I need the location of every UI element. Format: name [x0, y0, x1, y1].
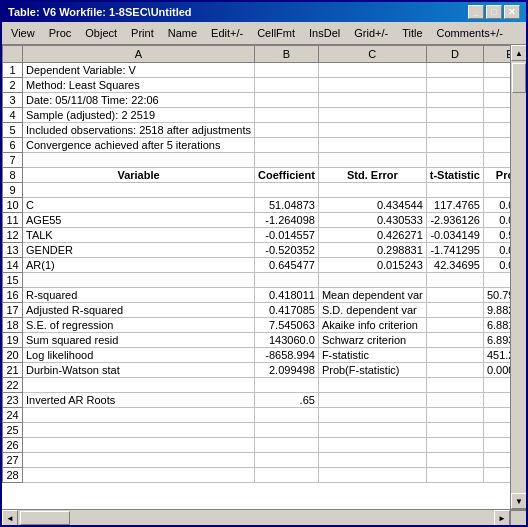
- cell-a[interactable]: GENDER: [23, 243, 255, 258]
- table-row[interactable]: 19Sum squared resid143060.0Schwarz crite…: [3, 333, 511, 348]
- cell-a[interactable]: [23, 468, 255, 483]
- cell-a[interactable]: AGE55: [23, 213, 255, 228]
- cell-d[interactable]: [426, 468, 483, 483]
- cell-e[interactable]: [483, 438, 510, 453]
- cell-e[interactable]: 50.79230: [483, 288, 510, 303]
- cell-c[interactable]: [318, 273, 426, 288]
- cell-a[interactable]: Date: 05/11/08 Time: 22:06: [23, 93, 255, 108]
- table-row[interactable]: 8VariableCoefficientStd. Errort-Statisti…: [3, 168, 511, 183]
- cell-b[interactable]: 0.417085: [255, 303, 319, 318]
- cell-c[interactable]: Akaike info criterion: [318, 318, 426, 333]
- cell-c[interactable]: [318, 108, 426, 123]
- cell-a[interactable]: [23, 423, 255, 438]
- menu-cellfmt[interactable]: CellFmt: [250, 24, 302, 42]
- cell-d[interactable]: [426, 108, 483, 123]
- cell-c[interactable]: F-statistic: [318, 348, 426, 363]
- col-header-b[interactable]: B: [255, 46, 319, 63]
- cell-e[interactable]: [483, 423, 510, 438]
- table-row[interactable]: 11AGE55-1.2640980.430533-2.9361260.0034: [3, 213, 511, 228]
- cell-a[interactable]: [23, 438, 255, 453]
- table-row[interactable]: 20Log likelihood-8658.994F-statistic451.…: [3, 348, 511, 363]
- cell-a[interactable]: Durbin-Watson stat: [23, 363, 255, 378]
- col-header-c[interactable]: C: [318, 46, 426, 63]
- menu-comments[interactable]: Comments+/-: [430, 24, 510, 42]
- cell-e[interactable]: 0.000000: [483, 363, 510, 378]
- cell-a[interactable]: [23, 183, 255, 198]
- cell-a[interactable]: [23, 378, 255, 393]
- cell-c[interactable]: 0.298831: [318, 243, 426, 258]
- table-row[interactable]: 6Convergence achieved after 5 iterations: [3, 138, 511, 153]
- menu-object[interactable]: Object: [78, 24, 124, 42]
- close-button[interactable]: ✕: [504, 5, 520, 19]
- cell-e[interactable]: [483, 138, 510, 153]
- cell-b[interactable]: [255, 123, 319, 138]
- cell-e[interactable]: Prob.: [483, 168, 510, 183]
- cell-d[interactable]: [426, 408, 483, 423]
- cell-b[interactable]: 7.545063: [255, 318, 319, 333]
- cell-b[interactable]: -0.520352: [255, 243, 319, 258]
- cell-c[interactable]: [318, 408, 426, 423]
- cell-c[interactable]: 0.430533: [318, 213, 426, 228]
- horizontal-scrollbar[interactable]: ◄ ►: [2, 509, 526, 525]
- table-row[interactable]: 25: [3, 423, 511, 438]
- scroll-down-button[interactable]: ▼: [511, 493, 526, 509]
- cell-a[interactable]: Log likelihood: [23, 348, 255, 363]
- cell-d[interactable]: [426, 378, 483, 393]
- cell-a[interactable]: [23, 453, 255, 468]
- cell-a[interactable]: Sum squared resid: [23, 333, 255, 348]
- table-row[interactable]: 5Included observations: 2518 after adjus…: [3, 123, 511, 138]
- cell-b[interactable]: [255, 438, 319, 453]
- table-row[interactable]: 18S.E. of regression7.545063Akaike info …: [3, 318, 511, 333]
- table-row[interactable]: 15: [3, 273, 511, 288]
- table-row[interactable]: 4Sample (adjusted): 2 2519: [3, 108, 511, 123]
- cell-c[interactable]: S.D. dependent var: [318, 303, 426, 318]
- cell-e[interactable]: [483, 93, 510, 108]
- table-row[interactable]: 21Durbin-Watson stat2.099498Prob(F-stati…: [3, 363, 511, 378]
- cell-b[interactable]: 0.418011: [255, 288, 319, 303]
- cell-d[interactable]: [426, 303, 483, 318]
- cell-e[interactable]: [483, 393, 510, 408]
- cell-a[interactable]: [23, 153, 255, 168]
- cell-e[interactable]: 0.0034: [483, 213, 510, 228]
- cell-a[interactable]: Convergence achieved after 5 iterations: [23, 138, 255, 153]
- v-scroll-thumb[interactable]: [512, 63, 526, 93]
- cell-a[interactable]: Variable: [23, 168, 255, 183]
- cell-e[interactable]: [483, 63, 510, 78]
- cell-c[interactable]: [318, 183, 426, 198]
- scroll-up-button[interactable]: ▲: [511, 45, 526, 61]
- cell-d[interactable]: 117.4765: [426, 198, 483, 213]
- table-row[interactable]: 13GENDER-0.5203520.298831-1.7412950.0818: [3, 243, 511, 258]
- cell-a[interactable]: Dependent Variable: V: [23, 63, 255, 78]
- cell-b[interactable]: 0.645477: [255, 258, 319, 273]
- cell-d[interactable]: [426, 183, 483, 198]
- cell-a[interactable]: TALK: [23, 228, 255, 243]
- h-scroll-thumb[interactable]: [20, 511, 70, 525]
- cell-b[interactable]: -1.264098: [255, 213, 319, 228]
- cell-e[interactable]: [483, 453, 510, 468]
- cell-a[interactable]: Adjusted R-squared: [23, 303, 255, 318]
- cell-e[interactable]: 451.2385: [483, 348, 510, 363]
- cell-b[interactable]: [255, 423, 319, 438]
- cell-a[interactable]: R-squared: [23, 288, 255, 303]
- col-header-d[interactable]: D: [426, 46, 483, 63]
- table-row[interactable]: 10C51.048730.434544117.47650.0000: [3, 198, 511, 213]
- cell-b[interactable]: 2.099498: [255, 363, 319, 378]
- table-row[interactable]: 22: [3, 378, 511, 393]
- cell-b[interactable]: 51.04873: [255, 198, 319, 213]
- cell-b[interactable]: [255, 468, 319, 483]
- cell-c[interactable]: [318, 63, 426, 78]
- cell-d[interactable]: [426, 423, 483, 438]
- cell-c[interactable]: [318, 378, 426, 393]
- cell-e[interactable]: [483, 408, 510, 423]
- cell-d[interactable]: -2.936126: [426, 213, 483, 228]
- cell-c[interactable]: [318, 438, 426, 453]
- table-row[interactable]: 14AR(1)0.6454770.01524342.346950.0000: [3, 258, 511, 273]
- cell-e[interactable]: [483, 78, 510, 93]
- menu-proc[interactable]: Proc: [42, 24, 79, 42]
- cell-a[interactable]: [23, 408, 255, 423]
- vertical-scrollbar[interactable]: ▲ ▼: [510, 45, 526, 509]
- cell-a[interactable]: S.E. of regression: [23, 318, 255, 333]
- cell-b[interactable]: [255, 408, 319, 423]
- cell-d[interactable]: [426, 93, 483, 108]
- cell-c[interactable]: 0.015243: [318, 258, 426, 273]
